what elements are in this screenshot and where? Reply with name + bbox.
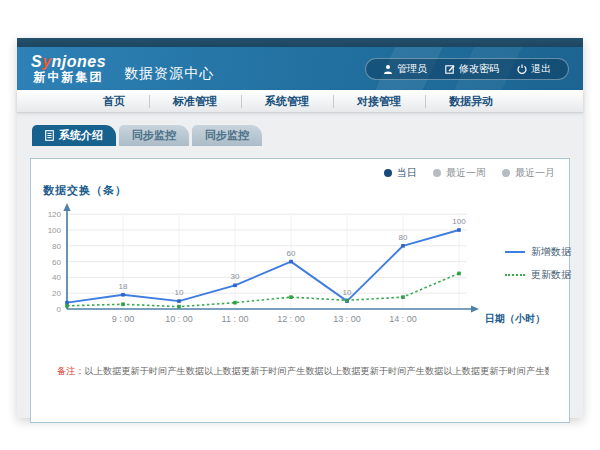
legend-label: 新增数据: [531, 245, 571, 259]
nav-item-1[interactable]: 标准管理: [149, 94, 241, 109]
tab-label: 同步监控: [132, 128, 176, 143]
radio-label: 最近一周: [446, 166, 486, 180]
svg-text:60: 60: [287, 249, 296, 258]
user-button-label: 管理员: [397, 62, 427, 76]
legend-swatch: [505, 251, 525, 253]
svg-text:10 : 00: 10 : 00: [165, 314, 193, 324]
svg-text:120: 120: [48, 210, 62, 219]
radio-dot: [433, 169, 441, 177]
footnote-text: 以上数据更新于时间产生数据以上数据更新于时间产生数据以上数据更新于时间产生数据以…: [85, 366, 549, 376]
svg-text:80: 80: [399, 233, 408, 242]
user-button-2[interactable]: 退出: [510, 62, 558, 76]
svg-text:60: 60: [52, 258, 61, 267]
nav-item-3[interactable]: 对接管理: [333, 94, 425, 109]
tab-label: 同步监控: [205, 128, 249, 143]
user-actions-pill: 管理员修改密码退出: [365, 58, 569, 80]
svg-text:20: 20: [52, 289, 61, 298]
user-icon: [383, 64, 393, 74]
radio-label: 最近一月: [515, 166, 555, 180]
tab-0[interactable]: 系统介绍: [32, 125, 116, 146]
header-bar: Synjones 新中新集团 数据资源中心 管理员修改密码退出: [17, 47, 583, 90]
radio-dot: [502, 169, 510, 177]
radio-option-1[interactable]: 最近一周: [433, 166, 486, 180]
svg-text:日期（小时）: 日期（小时）: [485, 313, 545, 324]
user-button-0[interactable]: 管理员: [376, 62, 434, 76]
page-title: 数据资源中心: [124, 65, 214, 83]
footnote-label: 备注：: [57, 366, 85, 376]
logo-accent: y: [42, 53, 51, 70]
chart-legend: 新增数据更新数据: [505, 245, 571, 282]
radio-label: 当日: [397, 166, 417, 180]
svg-text:10: 10: [175, 288, 184, 297]
svg-text:40: 40: [52, 273, 61, 282]
svg-text:0: 0: [57, 305, 62, 314]
app-window: Synjones 新中新集团 数据资源中心 管理员修改密码退出 首页标准管理系统…: [17, 38, 583, 418]
nav-item-2[interactable]: 系统管理: [241, 94, 333, 109]
radio-option-0[interactable]: 当日: [384, 166, 417, 180]
legend-item-1: 更新数据: [505, 268, 571, 282]
legend-label: 更新数据: [531, 268, 571, 282]
svg-text:14 : 00: 14 : 00: [389, 314, 417, 324]
user-button-label: 退出: [531, 62, 551, 76]
user-button-label: 修改密码: [459, 62, 499, 76]
svg-text:100: 100: [452, 217, 466, 226]
svg-text:9 : 00: 9 : 00: [112, 314, 135, 324]
legend-swatch: [505, 274, 525, 276]
svg-text:13 : 00: 13 : 00: [333, 314, 361, 324]
svg-text:10: 10: [343, 288, 352, 297]
tab-bar: 系统介绍同步监控同步监控: [32, 125, 583, 146]
top-strip: [17, 38, 583, 47]
main-nav: 首页标准管理系统管理对接管理数据异动: [17, 90, 583, 113]
svg-text:12 : 00: 12 : 00: [277, 314, 305, 324]
logout-icon: [517, 64, 527, 74]
legend-item-0: 新增数据: [505, 245, 571, 259]
radio-option-2[interactable]: 最近一月: [502, 166, 555, 180]
y-axis-title: 数据交换（条）: [43, 183, 127, 198]
svg-text:18: 18: [119, 282, 128, 291]
user-button-1[interactable]: 修改密码: [438, 62, 506, 76]
edit-icon: [445, 64, 455, 74]
logo-subtext: 新中新集团: [31, 71, 106, 84]
company-logo: Synjones 新中新集团: [31, 54, 106, 83]
document-icon: [45, 130, 54, 141]
tab-1[interactable]: 同步监控: [119, 125, 189, 146]
line-chart: 0204060801001209 : 0010 : 0011 : 0012 : …: [33, 201, 555, 341]
radio-dot: [384, 169, 392, 177]
tab-2[interactable]: 同步监控: [192, 125, 262, 146]
content-area: 系统介绍同步监控同步监控 当日最近一周最近一月 数据交换（条） 02040608…: [17, 125, 583, 429]
chart-panel: 当日最近一周最近一月 数据交换（条） 0204060801001209 : 00…: [30, 158, 570, 423]
svg-text:100: 100: [48, 226, 62, 235]
svg-text:30: 30: [231, 272, 240, 281]
svg-text:11 : 00: 11 : 00: [222, 314, 249, 324]
nav-item-0[interactable]: 首页: [79, 94, 149, 109]
svg-text:80: 80: [52, 242, 61, 251]
footnote: 备注：以上数据更新于时间产生数据以上数据更新于时间产生数据以上数据更新于时间产生…: [57, 365, 549, 378]
tab-label: 系统介绍: [59, 128, 103, 143]
logo-text: Synjones: [31, 54, 106, 71]
time-range-filter: 当日最近一周最近一月: [384, 166, 555, 180]
nav-item-4[interactable]: 数据异动: [425, 94, 517, 109]
